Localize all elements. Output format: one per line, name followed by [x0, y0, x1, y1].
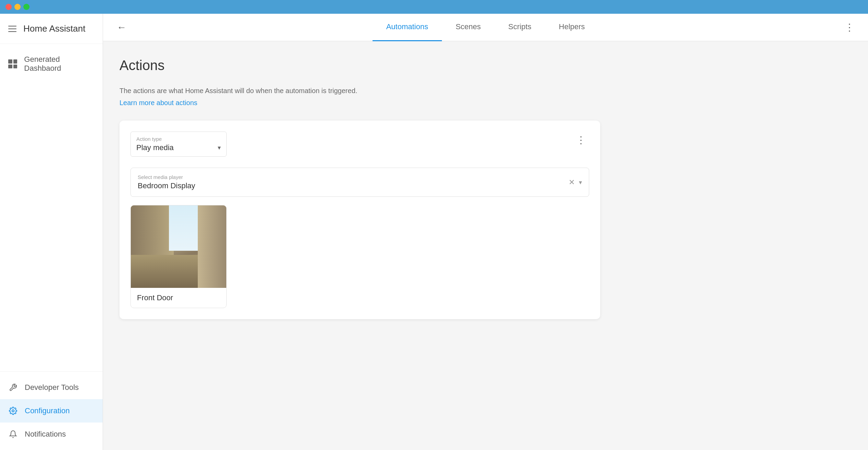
media-card[interactable]: Front Door — [130, 205, 227, 308]
titlebar — [0, 0, 868, 14]
back-button[interactable]: ← — [114, 19, 129, 36]
action-type-dropdown[interactable]: Action type Play media ▾ — [130, 132, 227, 157]
media-player-label: Select media player — [138, 174, 195, 180]
sidebar-bottom: Developer Tools Configuration — [0, 371, 103, 450]
action-type-value: Play media ▾ — [136, 143, 221, 152]
expand-media-player-button[interactable]: ▾ — [579, 179, 582, 186]
clear-media-player-button[interactable]: ✕ — [569, 178, 575, 187]
sidebar-nav: Generated Dashbaord — [0, 44, 103, 371]
sidebar-item-configuration[interactable]: Configuration — [0, 399, 103, 423]
svg-point-0 — [12, 410, 14, 412]
grid-icon — [8, 59, 17, 69]
minimize-button[interactable] — [14, 4, 21, 10]
page-title: Actions — [119, 58, 852, 73]
app-layout: Home Assistant Generated Dashbaord — [0, 14, 868, 450]
main-content: ← Automations Scenes Scripts Helpers ⋮ A… — [103, 14, 868, 450]
action-card-header: Action type Play media ▾ ⋮ — [130, 132, 589, 157]
tab-scripts[interactable]: Scripts — [494, 14, 545, 41]
header-tabs: Automations Scenes Scripts Helpers — [135, 14, 836, 41]
tab-automations[interactable]: Automations — [373, 14, 442, 41]
wrench-icon — [8, 383, 18, 392]
learn-more-link[interactable]: Learn more about actions — [119, 99, 197, 107]
sidebar-title: Home Assistant — [23, 23, 85, 34]
sidebar-item-label: Generated Dashbaord — [24, 55, 94, 73]
bell-icon — [8, 429, 18, 439]
media-player-field[interactable]: Select media player Bedroom Display ✕ ▾ — [130, 168, 589, 197]
header-more-button[interactable]: ⋮ — [842, 19, 857, 36]
media-player-controls: ✕ ▾ — [569, 178, 582, 187]
page-content-area: Actions The actions are what Home Assist… — [103, 41, 868, 450]
camera-wall-right — [198, 205, 226, 288]
close-button[interactable] — [5, 4, 12, 10]
sidebar-header: Home Assistant — [0, 14, 103, 44]
media-thumbnail — [131, 205, 226, 288]
sidebar-item-label: Configuration — [25, 406, 70, 415]
actions-description: The actions are what Home Assistant will… — [119, 87, 852, 95]
media-player-info: Select media player Bedroom Display — [138, 174, 195, 190]
action-type-label: Action type — [136, 136, 221, 142]
page-header: ← Automations Scenes Scripts Helpers ⋮ — [103, 14, 868, 41]
sidebar-item-dashboard[interactable]: Generated Dashbaord — [0, 48, 103, 80]
maximize-button[interactable] — [23, 4, 30, 10]
tab-scenes[interactable]: Scenes — [442, 14, 494, 41]
sidebar-item-developer-tools[interactable]: Developer Tools — [0, 376, 103, 399]
chevron-down-icon: ▾ — [218, 144, 221, 151]
media-card-title: Front Door — [131, 288, 226, 308]
gear-icon — [8, 406, 18, 416]
action-card: Action type Play media ▾ ⋮ Select media … — [119, 121, 600, 319]
tab-helpers[interactable]: Helpers — [545, 14, 599, 41]
sidebar: Home Assistant Generated Dashbaord — [0, 14, 103, 450]
action-type-text: Play media — [136, 143, 174, 152]
action-more-button[interactable]: ⋮ — [573, 132, 589, 148]
camera-scene — [131, 205, 226, 288]
hamburger-icon[interactable] — [8, 26, 16, 32]
media-player-value: Bedroom Display — [138, 181, 195, 190]
sidebar-item-label: Developer Tools — [25, 383, 79, 392]
sidebar-item-notifications[interactable]: Notifications — [0, 423, 103, 446]
sidebar-item-label: Notifications — [25, 430, 66, 439]
